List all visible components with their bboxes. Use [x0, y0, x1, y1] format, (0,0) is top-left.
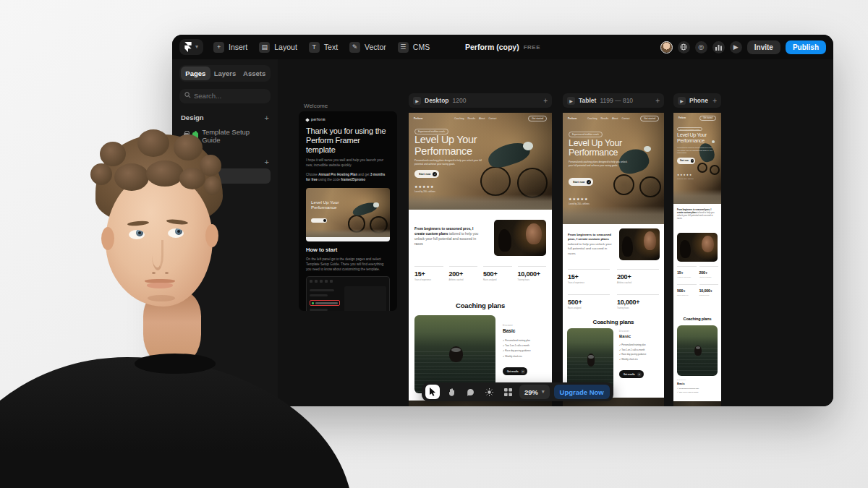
hand-tool[interactable] — [444, 385, 459, 399]
topbar-right: ◎ ▶ Invite Publish — [660, 40, 826, 54]
vector-label: Vector — [365, 43, 386, 51]
coach-photo — [494, 220, 546, 256]
insert-label: Insert — [229, 43, 247, 51]
target-icon[interactable]: ◎ — [695, 41, 707, 53]
rating-stars: ★★★★★ — [569, 197, 588, 201]
zoom-level-dropdown[interactable]: 29% ▾ — [519, 385, 550, 399]
sidebar-item-home[interactable]: Home — [179, 168, 271, 184]
add-breakpoint-button[interactable]: + — [712, 97, 717, 105]
coaching-plans-heading: Coaching plans — [563, 319, 664, 325]
tab-pages[interactable]: Pages — [181, 67, 210, 80]
breakpoint-header-phone[interactable]: ▶ Phone + — [673, 93, 721, 108]
analytics-icon[interactable] — [712, 41, 725, 53]
welcome-frame-label[interactable]: Welcome — [304, 103, 328, 109]
chevron-down-icon: ▾ — [195, 44, 198, 50]
preview-play-icon[interactable]: ▶ — [730, 41, 742, 53]
page-icon — [184, 190, 189, 197]
invite-button[interactable]: Invite — [747, 40, 780, 54]
hero-title: Level Up Your Performance — [677, 132, 715, 143]
tab-layers[interactable]: Layers — [210, 67, 240, 80]
tab-assets[interactable]: Assets — [239, 67, 269, 80]
cms-label: CMS — [413, 43, 430, 51]
layout-button[interactable]: ▤ Layout — [259, 42, 297, 53]
next-section-image — [673, 401, 721, 406]
start-now-button: Start now↗ — [414, 170, 439, 178]
hero-section[interactable]: Perform CoachingResultsAboutContact Get … — [409, 113, 552, 210]
text-button[interactable]: T Text — [309, 42, 338, 53]
breakpoint-header-desktop[interactable]: ▶ Desktop 1200 + — [409, 93, 552, 108]
publish-button[interactable]: Publish — [786, 40, 826, 54]
site-nav: Perform CoachingResultsAboutContact Get … — [563, 113, 664, 124]
tablet-frame[interactable]: Perform CoachingResultsAboutContact Get … — [563, 113, 664, 406]
plan-features: Personalized training plan Two 1-on-1 ca… — [503, 338, 531, 359]
breakpoint-header-tablet[interactable]: ▶ Tablet 1199 — 810 + — [563, 93, 664, 108]
desktop-frame[interactable]: Perform CoachingResultsAboutContact Get … — [409, 113, 552, 406]
plan-name: Basic — [503, 328, 515, 333]
person-nose — [152, 240, 163, 270]
plan-features: Personalized training plan Two 1-on-1 ca… — [677, 388, 699, 395]
phone-frame[interactable]: Perform Get started Experienced triathlo… — [673, 113, 721, 406]
welcome-frame[interactable]: perform Thank you for using the Perform … — [299, 111, 397, 311]
globe-icon[interactable] — [678, 41, 690, 53]
plan-name: Basic — [677, 382, 685, 385]
vector-pen-icon: ✎ — [349, 42, 360, 53]
plan-category: Discover — [503, 324, 513, 327]
get-results-button: Get results↗ — [503, 367, 527, 375]
framer-ui-screenshot — [306, 276, 390, 311]
contact-page-label: Contact — [192, 189, 216, 197]
theme-toggle-icon[interactable] — [482, 385, 496, 399]
template-setup-guide-label: Template Setup Guide — [202, 128, 266, 144]
hero-section[interactable]: Perform Get started Experienced triathlo… — [673, 113, 721, 204]
perform-logo-icon — [305, 118, 310, 122]
sidebar-item-contact[interactable]: Contact — [179, 186, 271, 201]
bike-wheel — [480, 166, 511, 197]
search-wrap — [179, 88, 271, 103]
search-input[interactable] — [179, 89, 271, 103]
design-canvas[interactable]: Welcome perform Thank you for using the … — [278, 59, 833, 406]
add-breakpoint-button[interactable]: + — [543, 97, 548, 105]
project-title[interactable]: Perform (copy) FREE — [465, 35, 540, 59]
perform-logo: perform — [306, 118, 390, 121]
page-icon — [184, 207, 189, 214]
text-icon: T — [309, 42, 320, 53]
grid-view-icon[interactable] — [501, 385, 515, 399]
home-page-label: Home — [192, 172, 210, 180]
sidebar-tabs: Pages Layers Assets — [179, 65, 271, 82]
sidebar-item-template-setup-guide[interactable]: Template Setup Guide — [179, 124, 271, 147]
hero-subtitle: Personalized coaching plans designed to … — [677, 147, 715, 155]
add-page-button[interactable]: + — [265, 158, 269, 166]
play-icon[interactable]: ▶ — [413, 97, 421, 105]
framer-menu-button[interactable]: ▾ — [179, 39, 203, 55]
plan-features: Personalized training plan Two 1-on-1 ca… — [619, 343, 646, 362]
cms-button[interactable]: ☰ CMS — [398, 42, 430, 53]
hero-subtitle: Personalized coaching plans designed to … — [414, 159, 487, 166]
person-ear — [101, 227, 114, 250]
left-sidebar: Pages Layers Assets Design + Template Se… — [172, 59, 278, 406]
chevron-down-icon: ▾ — [542, 389, 545, 395]
stats-row: 15+Years of experience 200+Athletes coac… — [414, 266, 546, 281]
framer-logo-icon — [184, 42, 192, 52]
coaching-plans-heading: Coaching plans — [673, 317, 721, 321]
road — [673, 189, 721, 204]
rating-stars: ★★★★★ — [414, 184, 434, 189]
person-eye — [129, 230, 145, 239]
upgrade-now-button[interactable]: Upgrade Now — [554, 385, 610, 399]
cursor-tool[interactable] — [425, 385, 440, 399]
bike-wheel — [710, 165, 720, 175]
free-badge: FREE — [524, 44, 540, 51]
design-section: Design + Template Setup Guide — [179, 114, 271, 147]
play-icon[interactable]: ▶ — [678, 97, 686, 105]
user-avatar[interactable] — [660, 41, 673, 53]
sidebar-item-404[interactable]: 404 — [179, 203, 271, 218]
hero-section[interactable]: Perform CoachingResultsAboutContact Get … — [563, 113, 664, 224]
play-icon[interactable]: ▶ — [567, 97, 575, 105]
vector-button[interactable]: ✎ Vector — [349, 42, 386, 53]
add-breakpoint-button[interactable]: + — [655, 97, 660, 105]
template-preview-image: Level Up Your Performance — [306, 188, 390, 241]
how-to-start-title: How to start — [306, 247, 390, 253]
add-design-page-button[interactable]: + — [265, 114, 269, 122]
cyclist-helmet — [523, 142, 533, 150]
insert-button[interactable]: + Insert — [213, 42, 247, 53]
bike-wheel — [639, 176, 660, 197]
comment-tool[interactable] — [463, 385, 477, 399]
